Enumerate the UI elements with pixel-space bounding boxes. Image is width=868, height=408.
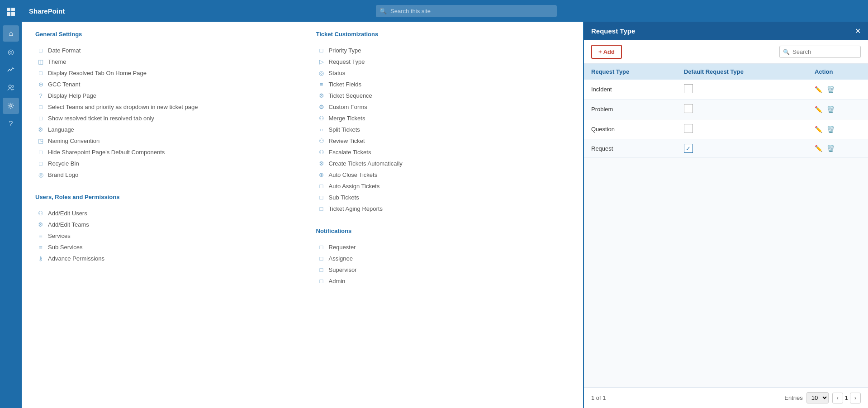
- notification-item[interactable]: □Supervisor: [316, 264, 570, 275]
- users-item[interactable]: ≡Sub Services: [35, 242, 289, 253]
- item-label: Priority Type: [329, 47, 361, 54]
- row-default: [677, 119, 807, 139]
- item-icon: □: [318, 244, 325, 251]
- checkbox[interactable]: [684, 104, 693, 113]
- ticket-item[interactable]: ▷Request Type: [316, 56, 570, 67]
- row-actions: ✏️ 🗑️: [807, 100, 868, 119]
- general-item[interactable]: □Recycle Bin: [35, 158, 289, 169]
- ticket-item[interactable]: ⚙Ticket Sequence: [316, 90, 570, 101]
- panel-search-input[interactable]: [779, 46, 861, 58]
- general-item[interactable]: ◎Brand Logo: [35, 169, 289, 180]
- notifications-title: Notifications: [316, 228, 570, 236]
- notification-item[interactable]: □Admin: [316, 275, 570, 287]
- general-item[interactable]: □Date Format: [35, 45, 289, 56]
- ticket-item[interactable]: ⊕Auto Close Tickets: [316, 169, 570, 180]
- nav-people-icon[interactable]: [3, 80, 19, 96]
- delete-icon[interactable]: 🗑️: [827, 145, 835, 152]
- ticket-item[interactable]: ⚇Review Ticket: [316, 135, 570, 147]
- edit-icon[interactable]: ✏️: [815, 86, 822, 93]
- nav-chart-icon[interactable]: [3, 62, 19, 78]
- item-icon: ≡: [37, 232, 44, 239]
- general-item[interactable]: □Select Teams and priority as dropdown i…: [35, 101, 289, 113]
- item-label: Theme: [48, 58, 66, 65]
- item-icon: ◎: [318, 70, 325, 76]
- item-icon: ⚙: [37, 221, 44, 228]
- checkbox[interactable]: [684, 84, 693, 93]
- general-item[interactable]: ?Display Help Page: [35, 90, 289, 101]
- nav-settings-icon[interactable]: [3, 98, 19, 114]
- ticket-item[interactable]: □Ticket Aging Reports: [316, 203, 570, 214]
- app-logo: [3, 4, 19, 20]
- users-item[interactable]: ⚙Add/Edit Teams: [35, 219, 289, 230]
- notification-item[interactable]: □Requester: [316, 242, 570, 253]
- ticket-item[interactable]: □Sub Tickets: [316, 192, 570, 203]
- general-item[interactable]: □Hide Sharepoint Page's Default Componen…: [35, 147, 289, 158]
- col-request-type: Request Type: [584, 64, 677, 80]
- item-icon: ?: [37, 92, 44, 99]
- notification-item[interactable]: □Assignee: [316, 253, 570, 264]
- site-title: SharePoint: [29, 7, 65, 15]
- ticket-item[interactable]: ⚙Custom Forms: [316, 101, 570, 113]
- panel-close-button[interactable]: ✕: [855, 28, 861, 35]
- header-search-input[interactable]: [376, 5, 557, 17]
- row-name: Problem: [584, 100, 677, 119]
- prev-page-button[interactable]: ‹: [832, 393, 843, 403]
- ticket-item[interactable]: □Auto Assign Tickets: [316, 180, 570, 192]
- delete-icon[interactable]: 🗑️: [827, 106, 835, 113]
- entries-select[interactable]: 10 25 50: [806, 392, 829, 403]
- content-area: General Settings □Date Format◫Theme□Disp…: [22, 22, 868, 408]
- table-body: Incident ✏️ 🗑️ Problem ✏️ 🗑️ Question ✏️…: [584, 80, 868, 158]
- panel-title: Request Type: [591, 27, 635, 35]
- ticket-item[interactable]: ◎Status: [316, 67, 570, 79]
- users-item[interactable]: ≡Services: [35, 230, 289, 242]
- item-icon: ⊕: [318, 171, 325, 178]
- table-row: Request ✓ ✏️ 🗑️: [584, 139, 868, 158]
- item-label: Request Type: [329, 58, 365, 65]
- general-item[interactable]: ⚙Language: [35, 124, 289, 135]
- ticket-item[interactable]: ↔Split Tickets: [316, 124, 570, 135]
- general-item[interactable]: ◳Naming Convention: [35, 135, 289, 147]
- item-icon: ≡: [318, 81, 325, 88]
- nav-home-icon[interactable]: ⌂: [3, 25, 19, 42]
- edit-icon[interactable]: ✏️: [815, 126, 822, 133]
- edit-icon[interactable]: ✏️: [815, 145, 822, 152]
- request-type-table: Request Type Default Request Type Action…: [584, 64, 868, 158]
- table-header-row: Request Type Default Request Type Action: [584, 64, 868, 80]
- general-item[interactable]: ◫Theme: [35, 56, 289, 67]
- ticket-customizations-list: □Priority Type▷Request Type◎Status≡Ticke…: [316, 45, 570, 214]
- ticket-item[interactable]: ⚙Create Tickets Automatically: [316, 158, 570, 169]
- item-label: Language: [48, 126, 74, 133]
- nav-help-icon[interactable]: ?: [3, 116, 19, 132]
- item-label: Recycle Bin: [48, 160, 79, 167]
- settings-column-1: General Settings □Date Format◫Theme□Disp…: [35, 31, 289, 399]
- users-item[interactable]: ⚷Advance Permissions: [35, 253, 289, 264]
- nav-bar: ⌂ ◎ ?: [0, 0, 22, 408]
- checkbox[interactable]: ✓: [684, 144, 693, 153]
- users-item[interactable]: ⚇Add/Edit Users: [35, 208, 289, 219]
- item-label: Auto Close Tickets: [329, 171, 378, 178]
- item-icon: ◎: [37, 171, 44, 178]
- ticket-item[interactable]: ≡Ticket Fields: [316, 79, 570, 90]
- item-label: Merge Tickets: [329, 115, 365, 122]
- edit-icon[interactable]: ✏️: [815, 106, 822, 113]
- row-actions: ✏️ 🗑️: [807, 80, 868, 100]
- next-page-button[interactable]: ›: [850, 393, 861, 403]
- item-icon: ⚙: [318, 104, 325, 110]
- item-icon: ▷: [318, 58, 325, 65]
- ticket-item[interactable]: □Priority Type: [316, 45, 570, 56]
- add-button[interactable]: + Add: [591, 45, 622, 59]
- table-row: Incident ✏️ 🗑️: [584, 80, 868, 100]
- ticket-item[interactable]: ⚇Escalate Tickets: [316, 147, 570, 158]
- general-item[interactable]: □Display Resolved Tab On Home Page: [35, 67, 289, 79]
- general-item[interactable]: ⊕GCC Tenant: [35, 79, 289, 90]
- item-icon: □: [37, 47, 44, 54]
- item-label: Add/Edit Teams: [48, 221, 89, 228]
- item-icon: ↔: [318, 126, 325, 133]
- nav-globe-icon[interactable]: ◎: [3, 43, 19, 60]
- general-item[interactable]: □Show resolved ticket in resolved tab on…: [35, 113, 289, 124]
- delete-icon[interactable]: 🗑️: [827, 126, 835, 133]
- delete-icon[interactable]: 🗑️: [827, 86, 835, 93]
- item-icon: ⚙: [37, 126, 44, 133]
- ticket-item[interactable]: ⚇Merge Tickets: [316, 113, 570, 124]
- checkbox[interactable]: [684, 124, 693, 133]
